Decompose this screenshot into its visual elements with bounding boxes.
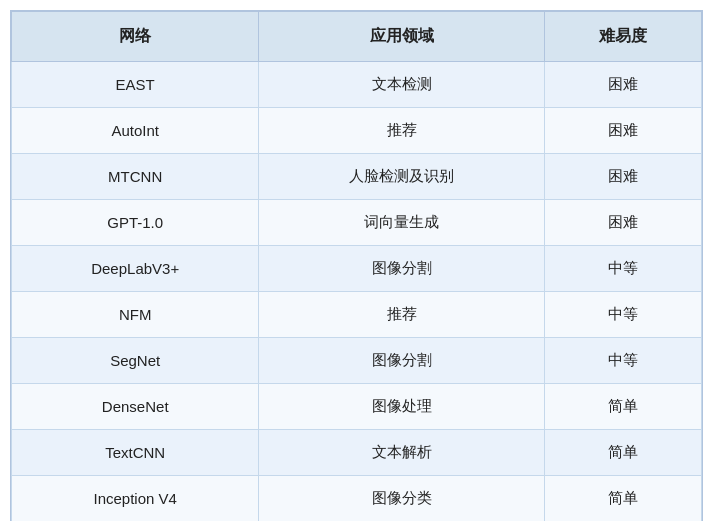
cell-domain: 图像处理: [259, 384, 545, 430]
cell-difficulty: 困难: [545, 62, 702, 108]
table-row: DenseNet图像处理简单: [12, 384, 702, 430]
network-table: 网络 应用领域 难易度 EAST文本检测困难AutoInt推荐困难MTCNN人脸…: [11, 11, 702, 521]
table-row: EAST文本检测困难: [12, 62, 702, 108]
cell-domain: 图像分类: [259, 476, 545, 522]
cell-network: Inception V4: [12, 476, 259, 522]
cell-difficulty: 简单: [545, 384, 702, 430]
cell-domain: 文本解析: [259, 430, 545, 476]
table-row: NFM推荐中等: [12, 292, 702, 338]
cell-difficulty: 简单: [545, 430, 702, 476]
table-row: MTCNN人脸检测及识别困难: [12, 154, 702, 200]
col-header-network: 网络: [12, 12, 259, 62]
cell-network: AutoInt: [12, 108, 259, 154]
table-row: TextCNN文本解析简单: [12, 430, 702, 476]
table-header: 网络 应用领域 难易度: [12, 12, 702, 62]
cell-domain: 人脸检测及识别: [259, 154, 545, 200]
table-row: AutoInt推荐困难: [12, 108, 702, 154]
header-row: 网络 应用领域 难易度: [12, 12, 702, 62]
cell-network: SegNet: [12, 338, 259, 384]
table-row: DeepLabV3+图像分割中等: [12, 246, 702, 292]
cell-difficulty: 中等: [545, 246, 702, 292]
cell-domain: 文本检测: [259, 62, 545, 108]
cell-domain: 词向量生成: [259, 200, 545, 246]
cell-domain: 推荐: [259, 292, 545, 338]
cell-difficulty: 中等: [545, 338, 702, 384]
cell-network: DenseNet: [12, 384, 259, 430]
table-row: Inception V4图像分类简单: [12, 476, 702, 522]
col-header-difficulty: 难易度: [545, 12, 702, 62]
table-row: GPT-1.0词向量生成困难: [12, 200, 702, 246]
cell-difficulty: 困难: [545, 108, 702, 154]
cell-difficulty: 困难: [545, 154, 702, 200]
table-body: EAST文本检测困难AutoInt推荐困难MTCNN人脸检测及识别困难GPT-1…: [12, 62, 702, 522]
cell-domain: 图像分割: [259, 338, 545, 384]
cell-network: TextCNN: [12, 430, 259, 476]
main-table-container: 网络 应用领域 难易度 EAST文本检测困难AutoInt推荐困难MTCNN人脸…: [10, 10, 703, 521]
table-row: SegNet图像分割中等: [12, 338, 702, 384]
cell-difficulty: 简单: [545, 476, 702, 522]
cell-domain: 推荐: [259, 108, 545, 154]
cell-domain: 图像分割: [259, 246, 545, 292]
cell-network: NFM: [12, 292, 259, 338]
cell-difficulty: 困难: [545, 200, 702, 246]
cell-network: GPT-1.0: [12, 200, 259, 246]
cell-network: EAST: [12, 62, 259, 108]
cell-network: DeepLabV3+: [12, 246, 259, 292]
col-header-domain: 应用领域: [259, 12, 545, 62]
cell-difficulty: 中等: [545, 292, 702, 338]
cell-network: MTCNN: [12, 154, 259, 200]
